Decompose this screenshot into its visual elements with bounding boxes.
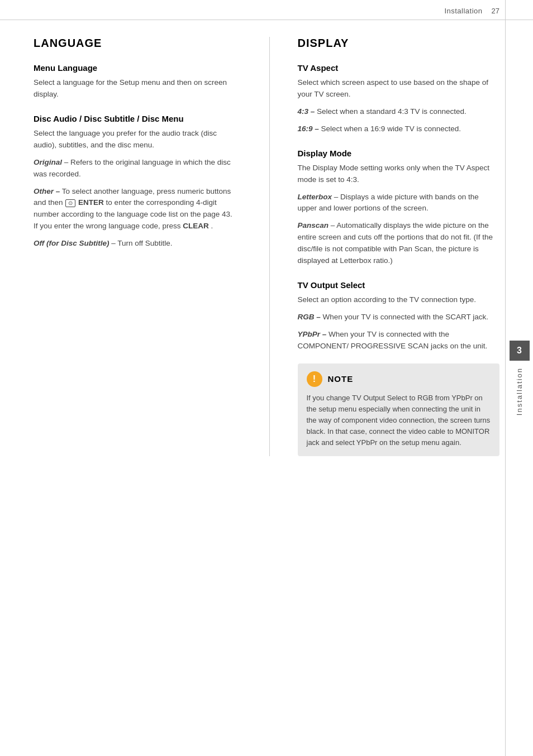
- note-body: If you change TV Output Select to RGB fr…: [307, 393, 491, 449]
- other-term-label: Other –: [34, 187, 60, 195]
- other-term: Other – To select another language, pres…: [34, 186, 236, 233]
- original-separator: – Refers to the original language in whi…: [34, 158, 231, 178]
- sidebar-label: Installation: [515, 367, 524, 415]
- off-subtitle-label: Off (for Disc Subtitle): [34, 239, 110, 247]
- disc-audio-body: Select the language you prefer for the a…: [34, 128, 236, 151]
- note-title: NOTE: [328, 374, 354, 384]
- 16-9-description: Select when a 16:9 wide TV is connected.: [321, 125, 461, 133]
- 4-3-term: 4:3 – Select when a standard 4:3 TV is c…: [298, 106, 500, 118]
- language-section: LANGUAGE Menu Language Select a language…: [34, 37, 247, 456]
- tv-output-title: TV Output Select: [298, 280, 500, 290]
- display-title: DISPLAY: [298, 37, 500, 50]
- main-content: LANGUAGE Menu Language Select a language…: [0, 20, 533, 473]
- chapter-badge: 3: [510, 341, 530, 361]
- header-section-label: Installation: [444, 7, 482, 15]
- original-term: Original – Refers to the original langua…: [34, 157, 236, 180]
- ypbpr-term: YPbPr – When your TV is connected with t…: [298, 329, 500, 352]
- letterbox-term: Letterbox – Displays a wide picture with…: [298, 192, 500, 215]
- ypbpr-label: YPbPr –: [298, 330, 327, 338]
- disc-audio-title: Disc Audio / Disc Subtitle / Disc Menu: [34, 114, 236, 123]
- column-divider: [269, 37, 270, 456]
- note-box: ! NOTE If you change TV Output Select to…: [298, 363, 500, 457]
- letterbox-label: Letterbox: [298, 193, 332, 201]
- rgb-label: RGB –: [298, 313, 321, 321]
- tv-aspect-body: Select which screen aspect to use based …: [298, 77, 500, 101]
- menu-language-body: Select a language for the Setup menu and…: [34, 77, 236, 101]
- display-mode-title: Display Mode: [298, 149, 500, 158]
- display-section: DISPLAY TV Aspect Select which screen as…: [292, 37, 500, 456]
- panscan-label: Panscan: [298, 221, 329, 229]
- tv-output-body: Select an option according to the TV con…: [298, 294, 500, 306]
- enter-icon: ⊙: [65, 199, 75, 207]
- original-term-label: Original: [34, 158, 62, 166]
- rgb-description: When your TV is connected with the SCART…: [323, 313, 488, 321]
- enter-label: ENTER: [78, 198, 104, 207]
- display-mode-body: The Display Mode setting works only when…: [298, 162, 500, 186]
- clear-label: CLEAR: [183, 222, 209, 230]
- 4-3-description: Select when a standard 4:3 TV is connect…: [317, 107, 467, 116]
- off-subtitle-description: – Turn off Subtitle.: [111, 239, 172, 247]
- tv-aspect-title: TV Aspect: [298, 63, 500, 73]
- menu-language-title: Menu Language: [34, 63, 236, 73]
- page-header: Installation 27: [0, 0, 533, 20]
- panscan-term: Panscan – Automatically displays the wid…: [298, 220, 500, 267]
- language-title: LANGUAGE: [34, 37, 236, 50]
- note-header: ! NOTE: [307, 371, 491, 387]
- off-subtitle-term: Off (for Disc Subtitle) – Turn off Subti…: [34, 238, 236, 250]
- ypbpr-description: When your TV is connected with the COMPO…: [298, 330, 488, 350]
- 16-9-term: 16:9 – Select when a 16:9 wide TV is con…: [298, 123, 500, 135]
- header-page-number: 27: [492, 7, 499, 15]
- note-icon: !: [307, 371, 322, 387]
- rgb-term: RGB – When your TV is connected with the…: [298, 312, 500, 323]
- other-end: .: [211, 222, 213, 230]
- 16-9-label: 16:9 –: [298, 125, 319, 133]
- right-sidebar: 3 Installation: [505, 0, 533, 756]
- 4-3-label: 4:3 –: [298, 107, 315, 116]
